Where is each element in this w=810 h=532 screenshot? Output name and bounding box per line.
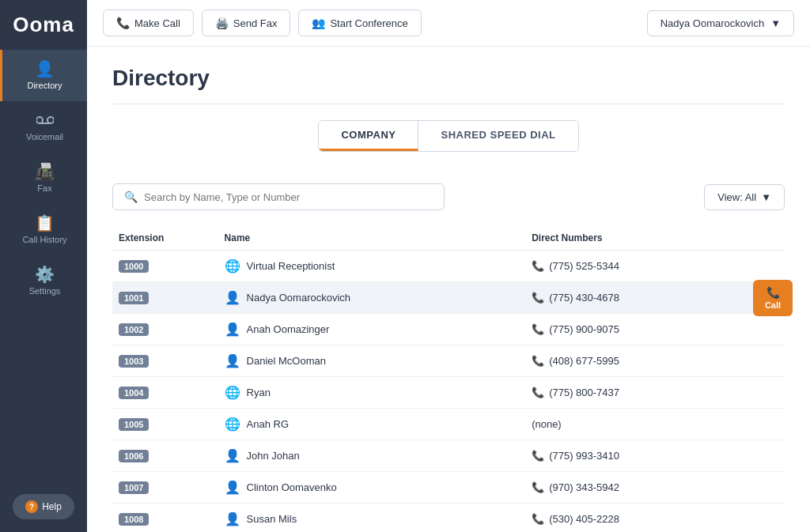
cell-action [717,314,785,345]
phone-number: (408) 677-5995 [549,355,619,367]
name-cell: 🌐Anah RG [225,417,517,432]
sidebar-item-voicemail[interactable]: Voicemail [0,101,87,153]
table-row: 1005🌐Anah RG(none) [112,409,785,440]
send-fax-button[interactable]: 🖨️ Send Fax [202,9,291,36]
cell-phone: 📞(775) 800-7437 [525,377,717,409]
phone-icon: 📞 [532,355,544,367]
svg-point-1 [47,117,54,123]
phone-number: (970) 343-5942 [549,481,619,493]
directory-icon: 👤 [35,61,55,77]
cell-action [717,409,785,440]
phone-icon: 📞 [532,513,544,525]
phone-cell: 📞(775) 900-9075 [532,323,708,335]
cell-extension: 1005 [112,409,218,440]
sidebar-item-call-history[interactable]: 📋 Call History [0,204,87,255]
extension-badge: 1003 [119,355,149,368]
sidebar-item-settings[interactable]: ⚙️ Settings [0,255,87,307]
contact-name: Clinton Oomavenko [247,481,337,493]
call-btn-phone-icon: 📞 [766,286,780,299]
view-dropdown-arrow-icon: ▼ [761,191,771,203]
phone-icon: 📞 [532,450,544,462]
cell-action [717,472,785,504]
contact-name: Nadya Oomarockovich [247,292,351,304]
main-content: 📞 Make Call 🖨️ Send Fax 👥 Start Conferen… [87,0,810,532]
call-history-icon: 📋 [35,215,55,231]
sidebar-item-fax[interactable]: 📠 Fax [0,153,87,204]
view-label: View: All [717,191,756,203]
phone-cell: 📞(970) 343-5942 [532,481,708,493]
phone-number: (775) 525-5344 [549,260,619,272]
sidebar-item-directory[interactable]: 👤 Directory [0,50,87,101]
th-name: Name [218,226,526,251]
phone-icon: 📞 [532,323,544,335]
make-call-button[interactable]: 📞 Make Call [103,9,194,36]
phone-icon: 📞 [116,17,130,29]
sidebar-item-label: Directory [27,81,62,90]
cell-name: 👤Anah Oomazinger [218,314,526,345]
call-btn-label: Call [765,300,781,310]
start-conference-button[interactable]: 👥 Start Conference [298,9,421,36]
search-input[interactable] [144,191,433,203]
settings-icon: ⚙️ [35,266,55,282]
person-icon: 👤 [225,480,240,495]
user-name: Nadya Oomarockovich [660,17,765,29]
contact-name: John Johan [247,450,300,462]
cell-phone: 📞(408) 677-5995 [525,345,717,377]
page-content: Directory COMPANY SHARED SPEED DIAL 🔍 Vi… [87,47,810,532]
contact-name: Daniel McOoman [247,355,326,367]
name-cell: 👤John Johan [225,448,517,463]
table-header: Extension Name Direct Numbers [112,226,785,251]
cell-phone: 📞(530) 405-2228 [525,504,717,533]
person-icon: 👤 [225,353,240,368]
cell-phone: 📞(775) 525-5344 [525,251,717,282]
view-dropdown[interactable]: View: All ▼ [704,184,785,210]
table-body: 1000🌐Virtual Receptionist📞(775) 525-5344… [112,251,785,533]
extension-badge: 1000 [119,260,149,273]
cell-extension: 1000 [112,251,218,282]
topbar: 📞 Make Call 🖨️ Send Fax 👥 Start Conferen… [87,0,810,47]
cell-action [717,251,785,282]
phone-cell: 📞(775) 800-7437 [532,387,708,398]
search-row: 🔍 View: All ▼ [112,183,785,210]
phone-number: (775) 430-4678 [549,292,619,304]
fax-icon: 📠 [35,164,55,179]
sidebar-item-label: Voicemail [26,132,63,141]
name-cell: 👤Daniel McOoman [225,353,517,368]
cell-extension: 1008 [112,504,218,533]
phone-icon: 📞 [532,260,544,272]
conference-icon: 👥 [312,17,325,29]
phone-cell: 📞(775) 993-3410 [532,450,708,462]
phone-icon: 📞 [532,387,544,398]
user-dropdown[interactable]: Nadya Oomarockovich ▼ [647,10,794,36]
th-extension: Extension [112,226,218,251]
table-row: 1004🌐Ryan📞(775) 800-7437 [112,377,785,409]
help-button[interactable]: ? Help [13,494,74,519]
contact-name: Ryan [247,387,271,398]
globe-icon: 🌐 [225,385,240,400]
person-icon: 👤 [225,511,240,526]
cell-phone: 📞(970) 343-5942 [525,472,717,504]
name-cell: 🌐Virtual Receptionist [225,258,517,274]
sidebar-item-label: Fax [37,183,51,193]
cell-extension: 1006 [112,440,218,472]
name-cell: 🌐Ryan [225,385,517,400]
cell-name: 👤Susan Mils [218,504,526,533]
help-icon: ? [25,500,38,513]
tab-shared-speed-dial[interactable]: SHARED SPEED DIAL [418,121,577,151]
cell-action: 📞Call [717,282,785,314]
person-icon: 👤 [225,290,240,305]
table-row: 1002👤Anah Oomazinger📞(775) 900-9075 [112,314,785,345]
call-button[interactable]: 📞Call [753,280,793,316]
tabs-container: COMPANY SHARED SPEED DIAL [112,120,785,168]
extension-badge: 1001 [119,292,149,304]
table-row: 1001👤Nadya Oomarockovich📞(775) 430-4678📞… [112,282,785,314]
phone-number: (775) 800-7437 [549,387,619,398]
extension-badge: 1002 [119,323,149,336]
name-cell: 👤Susan Mils [225,511,517,526]
extension-badge: 1007 [119,481,149,494]
cell-extension: 1003 [112,345,218,377]
tab-company[interactable]: COMPANY [319,121,418,151]
table-row: 1006👤John Johan📞(775) 993-3410 [112,440,785,472]
cell-name: 🌐Virtual Receptionist [218,251,526,282]
app-logo: Ooma [13,13,74,37]
